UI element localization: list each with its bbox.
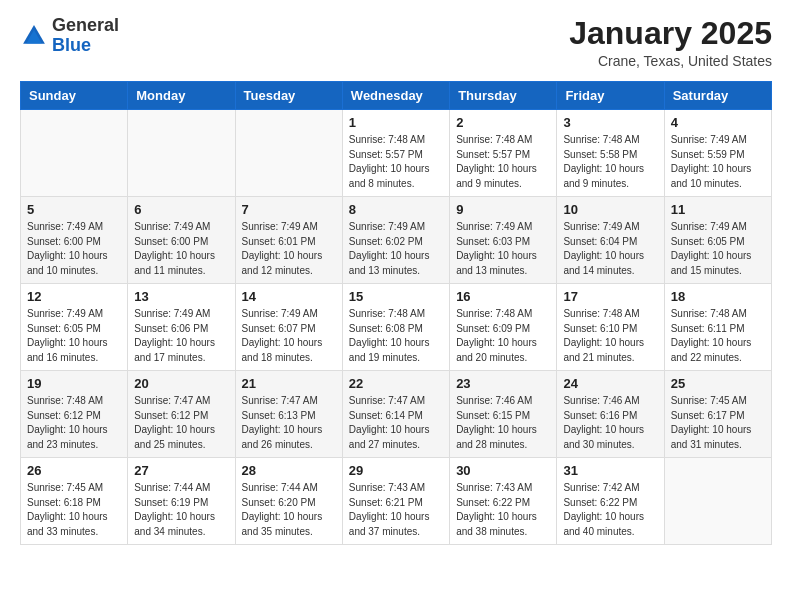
- location: Crane, Texas, United States: [569, 53, 772, 69]
- week-row-4: 26Sunrise: 7:45 AM Sunset: 6:18 PM Dayli…: [21, 458, 772, 545]
- day-number: 10: [563, 202, 657, 217]
- day-cell: 5Sunrise: 7:49 AM Sunset: 6:00 PM Daylig…: [21, 197, 128, 284]
- week-row-2: 12Sunrise: 7:49 AM Sunset: 6:05 PM Dayli…: [21, 284, 772, 371]
- day-cell: 12Sunrise: 7:49 AM Sunset: 6:05 PM Dayli…: [21, 284, 128, 371]
- day-number: 31: [563, 463, 657, 478]
- day-cell: 18Sunrise: 7:48 AM Sunset: 6:11 PM Dayli…: [664, 284, 771, 371]
- page: General Blue January 2025 Crane, Texas, …: [0, 0, 792, 612]
- day-number: 21: [242, 376, 336, 391]
- day-cell: 3Sunrise: 7:48 AM Sunset: 5:58 PM Daylig…: [557, 110, 664, 197]
- day-number: 19: [27, 376, 121, 391]
- day-info: Sunrise: 7:48 AM Sunset: 5:58 PM Dayligh…: [563, 133, 657, 191]
- day-info: Sunrise: 7:44 AM Sunset: 6:19 PM Dayligh…: [134, 481, 228, 539]
- day-cell: [235, 110, 342, 197]
- day-cell: 14Sunrise: 7:49 AM Sunset: 6:07 PM Dayli…: [235, 284, 342, 371]
- day-number: 22: [349, 376, 443, 391]
- day-number: 3: [563, 115, 657, 130]
- day-info: Sunrise: 7:47 AM Sunset: 6:12 PM Dayligh…: [134, 394, 228, 452]
- logo-blue: Blue: [52, 35, 91, 55]
- day-info: Sunrise: 7:49 AM Sunset: 6:01 PM Dayligh…: [242, 220, 336, 278]
- weekday-header-friday: Friday: [557, 82, 664, 110]
- day-info: Sunrise: 7:49 AM Sunset: 6:02 PM Dayligh…: [349, 220, 443, 278]
- day-cell: 1Sunrise: 7:48 AM Sunset: 5:57 PM Daylig…: [342, 110, 449, 197]
- day-number: 11: [671, 202, 765, 217]
- logo-icon: [20, 22, 48, 50]
- day-info: Sunrise: 7:45 AM Sunset: 6:18 PM Dayligh…: [27, 481, 121, 539]
- day-cell: 31Sunrise: 7:42 AM Sunset: 6:22 PM Dayli…: [557, 458, 664, 545]
- day-cell: 11Sunrise: 7:49 AM Sunset: 6:05 PM Dayli…: [664, 197, 771, 284]
- day-info: Sunrise: 7:46 AM Sunset: 6:16 PM Dayligh…: [563, 394, 657, 452]
- day-info: Sunrise: 7:48 AM Sunset: 6:11 PM Dayligh…: [671, 307, 765, 365]
- day-number: 28: [242, 463, 336, 478]
- day-number: 29: [349, 463, 443, 478]
- week-row-3: 19Sunrise: 7:48 AM Sunset: 6:12 PM Dayli…: [21, 371, 772, 458]
- day-number: 13: [134, 289, 228, 304]
- day-number: 24: [563, 376, 657, 391]
- weekday-header-saturday: Saturday: [664, 82, 771, 110]
- day-info: Sunrise: 7:49 AM Sunset: 6:06 PM Dayligh…: [134, 307, 228, 365]
- day-cell: [128, 110, 235, 197]
- day-cell: 7Sunrise: 7:49 AM Sunset: 6:01 PM Daylig…: [235, 197, 342, 284]
- day-number: 14: [242, 289, 336, 304]
- day-cell: 8Sunrise: 7:49 AM Sunset: 6:02 PM Daylig…: [342, 197, 449, 284]
- logo: General Blue: [20, 16, 119, 56]
- day-cell: 2Sunrise: 7:48 AM Sunset: 5:57 PM Daylig…: [450, 110, 557, 197]
- weekday-header-wednesday: Wednesday: [342, 82, 449, 110]
- day-info: Sunrise: 7:49 AM Sunset: 6:03 PM Dayligh…: [456, 220, 550, 278]
- day-cell: 28Sunrise: 7:44 AM Sunset: 6:20 PM Dayli…: [235, 458, 342, 545]
- day-info: Sunrise: 7:49 AM Sunset: 6:00 PM Dayligh…: [27, 220, 121, 278]
- month-year: January 2025: [569, 16, 772, 51]
- day-info: Sunrise: 7:48 AM Sunset: 6:09 PM Dayligh…: [456, 307, 550, 365]
- day-cell: 9Sunrise: 7:49 AM Sunset: 6:03 PM Daylig…: [450, 197, 557, 284]
- day-cell: 6Sunrise: 7:49 AM Sunset: 6:00 PM Daylig…: [128, 197, 235, 284]
- day-cell: 26Sunrise: 7:45 AM Sunset: 6:18 PM Dayli…: [21, 458, 128, 545]
- header: General Blue January 2025 Crane, Texas, …: [20, 16, 772, 69]
- day-info: Sunrise: 7:48 AM Sunset: 6:08 PM Dayligh…: [349, 307, 443, 365]
- day-info: Sunrise: 7:48 AM Sunset: 5:57 PM Dayligh…: [456, 133, 550, 191]
- day-number: 1: [349, 115, 443, 130]
- day-number: 15: [349, 289, 443, 304]
- day-number: 27: [134, 463, 228, 478]
- day-number: 4: [671, 115, 765, 130]
- day-cell: 23Sunrise: 7:46 AM Sunset: 6:15 PM Dayli…: [450, 371, 557, 458]
- day-info: Sunrise: 7:49 AM Sunset: 6:07 PM Dayligh…: [242, 307, 336, 365]
- day-number: 8: [349, 202, 443, 217]
- day-cell: 21Sunrise: 7:47 AM Sunset: 6:13 PM Dayli…: [235, 371, 342, 458]
- weekday-header-monday: Monday: [128, 82, 235, 110]
- day-info: Sunrise: 7:48 AM Sunset: 5:57 PM Dayligh…: [349, 133, 443, 191]
- day-cell: 15Sunrise: 7:48 AM Sunset: 6:08 PM Dayli…: [342, 284, 449, 371]
- weekday-header-thursday: Thursday: [450, 82, 557, 110]
- day-info: Sunrise: 7:47 AM Sunset: 6:13 PM Dayligh…: [242, 394, 336, 452]
- day-cell: 13Sunrise: 7:49 AM Sunset: 6:06 PM Dayli…: [128, 284, 235, 371]
- title-block: January 2025 Crane, Texas, United States: [569, 16, 772, 69]
- day-info: Sunrise: 7:43 AM Sunset: 6:22 PM Dayligh…: [456, 481, 550, 539]
- day-info: Sunrise: 7:49 AM Sunset: 6:00 PM Dayligh…: [134, 220, 228, 278]
- day-info: Sunrise: 7:49 AM Sunset: 6:05 PM Dayligh…: [27, 307, 121, 365]
- weekday-header-tuesday: Tuesday: [235, 82, 342, 110]
- weekday-header-sunday: Sunday: [21, 82, 128, 110]
- day-info: Sunrise: 7:48 AM Sunset: 6:10 PM Dayligh…: [563, 307, 657, 365]
- day-cell: 16Sunrise: 7:48 AM Sunset: 6:09 PM Dayli…: [450, 284, 557, 371]
- day-cell: 19Sunrise: 7:48 AM Sunset: 6:12 PM Dayli…: [21, 371, 128, 458]
- day-cell: 27Sunrise: 7:44 AM Sunset: 6:19 PM Dayli…: [128, 458, 235, 545]
- day-cell: [664, 458, 771, 545]
- logo-general: General: [52, 15, 119, 35]
- day-number: 23: [456, 376, 550, 391]
- day-number: 7: [242, 202, 336, 217]
- week-row-0: 1Sunrise: 7:48 AM Sunset: 5:57 PM Daylig…: [21, 110, 772, 197]
- day-number: 2: [456, 115, 550, 130]
- day-number: 25: [671, 376, 765, 391]
- day-cell: 10Sunrise: 7:49 AM Sunset: 6:04 PM Dayli…: [557, 197, 664, 284]
- day-number: 5: [27, 202, 121, 217]
- day-cell: 20Sunrise: 7:47 AM Sunset: 6:12 PM Dayli…: [128, 371, 235, 458]
- day-number: 9: [456, 202, 550, 217]
- day-number: 30: [456, 463, 550, 478]
- day-cell: 4Sunrise: 7:49 AM Sunset: 5:59 PM Daylig…: [664, 110, 771, 197]
- day-cell: 24Sunrise: 7:46 AM Sunset: 6:16 PM Dayli…: [557, 371, 664, 458]
- day-number: 17: [563, 289, 657, 304]
- day-info: Sunrise: 7:42 AM Sunset: 6:22 PM Dayligh…: [563, 481, 657, 539]
- day-info: Sunrise: 7:49 AM Sunset: 6:05 PM Dayligh…: [671, 220, 765, 278]
- day-cell: 29Sunrise: 7:43 AM Sunset: 6:21 PM Dayli…: [342, 458, 449, 545]
- day-info: Sunrise: 7:47 AM Sunset: 6:14 PM Dayligh…: [349, 394, 443, 452]
- day-number: 20: [134, 376, 228, 391]
